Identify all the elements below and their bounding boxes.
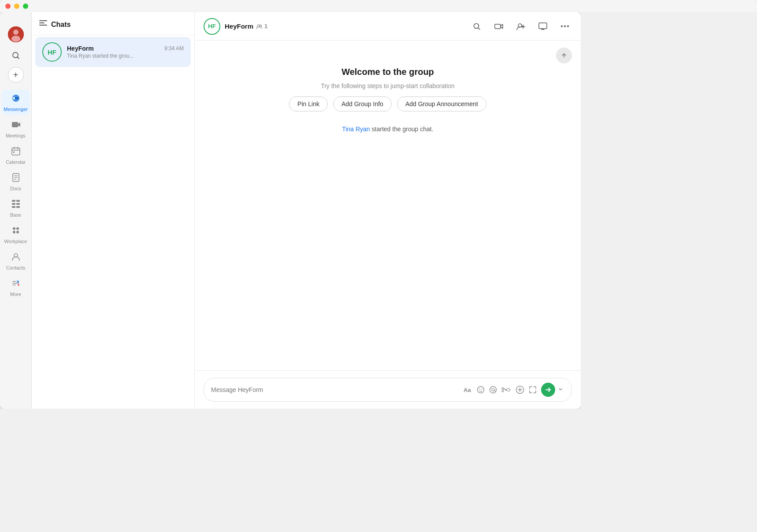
nav-sidebar: + Messenger Meetings xyxy=(0,12,32,409)
group-started-message: Tina Ryan started the group chat. xyxy=(342,126,433,133)
nav-item-contacts[interactable]: Contacts xyxy=(2,248,30,274)
add-group-announcement-button[interactable]: Add Group Announcement xyxy=(397,96,486,111)
header-video-button[interactable] xyxy=(492,19,506,33)
user-avatar[interactable] xyxy=(8,26,24,42)
send-dropdown-button[interactable] xyxy=(557,387,564,393)
traffic-light-red[interactable] xyxy=(5,4,11,9)
chat-sidebar-header: Chats xyxy=(32,12,194,35)
svg-point-54 xyxy=(492,388,494,391)
message-input-area: Aa xyxy=(195,370,581,409)
pin-link-button[interactable]: Pin Link xyxy=(289,96,328,111)
svg-rect-14 xyxy=(13,151,15,153)
svg-line-57 xyxy=(505,388,509,390)
action-buttons: Pin Link Add Group Info Add Group Announ… xyxy=(289,96,486,111)
nav-item-more-label: More xyxy=(10,292,21,297)
svg-point-48 xyxy=(567,26,569,27)
chat-sidebar-title-text: Chats xyxy=(51,21,71,29)
welcome-section: Welcome to the group Try the following s… xyxy=(289,67,486,133)
calendar-icon xyxy=(11,146,21,158)
base-icon xyxy=(11,199,21,211)
nav-item-meetings-label: Meetings xyxy=(6,133,26,138)
chat-header-name: HeyForm 1 xyxy=(225,22,470,30)
header-actions xyxy=(470,19,572,33)
chats-icon xyxy=(39,19,48,30)
expand-icon[interactable] xyxy=(529,386,537,394)
chat-messages: Welcome to the group Try the following s… xyxy=(195,41,581,370)
svg-rect-23 xyxy=(12,206,15,208)
emoji-icon[interactable] xyxy=(477,386,485,394)
svg-point-47 xyxy=(564,26,566,27)
header-screen-button[interactable] xyxy=(536,19,550,33)
chat-sidebar-title: Chats xyxy=(39,19,187,30)
svg-point-53 xyxy=(490,387,497,393)
nav-item-base-label: Base xyxy=(10,212,21,218)
send-button[interactable] xyxy=(541,383,555,397)
chat-item-time: 9:34 AM xyxy=(164,45,184,52)
nav-item-meetings[interactable]: Meetings xyxy=(2,116,30,142)
mention-icon[interactable] xyxy=(489,386,497,394)
chat-item-heyform[interactable]: HF HeyForm 9:34 AM Tina Ryan started the… xyxy=(35,37,191,67)
nav-item-more[interactable]: More xyxy=(2,275,30,300)
chat-list: HF HeyForm 9:34 AM Tina Ryan started the… xyxy=(32,35,194,409)
svg-rect-20 xyxy=(16,200,20,202)
svg-point-26 xyxy=(16,227,19,230)
header-more-button[interactable] xyxy=(558,19,572,33)
chat-item-avatar: HF xyxy=(42,42,62,62)
add-icon[interactable] xyxy=(516,385,524,394)
chat-item-preview: Tina Ryan started the grou... xyxy=(67,53,184,59)
header-search-button[interactable] xyxy=(470,19,484,33)
svg-line-38 xyxy=(478,28,480,30)
contacts-icon xyxy=(11,252,21,264)
svg-rect-21 xyxy=(12,203,15,205)
chat-name-row: HeyForm 9:34 AM xyxy=(67,45,184,52)
svg-line-4 xyxy=(17,57,19,59)
chat-header-avatar: HF xyxy=(204,18,220,35)
nav-item-calendar[interactable]: Calendar xyxy=(2,143,30,168)
nav-item-messenger[interactable]: Messenger xyxy=(2,90,30,115)
traffic-light-yellow[interactable] xyxy=(14,4,19,9)
chat-name-text: HeyForm xyxy=(225,22,253,30)
welcome-title: Welcome to the group xyxy=(341,67,434,77)
svg-point-8 xyxy=(16,97,19,100)
svg-point-28 xyxy=(16,231,19,233)
svg-rect-24 xyxy=(16,206,20,208)
svg-point-36 xyxy=(260,25,262,27)
message-input[interactable] xyxy=(211,386,458,393)
svg-point-25 xyxy=(13,227,15,230)
nav-item-messenger-label: Messenger xyxy=(4,107,27,112)
group-starter-name[interactable]: Tina Ryan xyxy=(342,126,370,133)
nav-search-icon[interactable] xyxy=(8,48,24,63)
messenger-icon xyxy=(11,93,21,105)
svg-point-56 xyxy=(502,390,504,392)
nav-item-contacts-label: Contacts xyxy=(6,265,25,270)
more-icon xyxy=(11,278,21,290)
chat-header: HF HeyForm 1 xyxy=(195,12,581,41)
svg-line-58 xyxy=(505,390,509,392)
svg-rect-39 xyxy=(495,24,501,29)
chat-item-name: HeyForm xyxy=(67,45,94,52)
svg-point-50 xyxy=(478,387,484,393)
svg-text:Aa: Aa xyxy=(464,387,471,393)
add-group-info-button[interactable]: Add Group Info xyxy=(333,96,392,111)
nav-add-button[interactable]: + xyxy=(8,67,24,83)
meetings-icon xyxy=(11,120,21,132)
svg-point-2 xyxy=(11,36,20,42)
member-count: 1 xyxy=(256,23,267,30)
nav-item-calendar-label: Calendar xyxy=(6,159,26,165)
nav-item-docs[interactable]: Docs xyxy=(2,169,30,195)
font-size-icon[interactable]: Aa xyxy=(464,386,472,393)
welcome-subtitle: Try the following steps to jump-start co… xyxy=(321,82,455,89)
svg-point-31 xyxy=(18,284,19,286)
chat-item-info: HeyForm 9:34 AM Tina Ryan started the gr… xyxy=(67,45,184,59)
scroll-to-top-button[interactable] xyxy=(556,48,572,63)
member-count-number: 1 xyxy=(264,23,267,30)
nav-item-docs-label: Docs xyxy=(10,186,21,191)
traffic-light-green[interactable] xyxy=(23,4,28,9)
svg-point-59 xyxy=(509,389,511,391)
header-add-member-button[interactable] xyxy=(514,19,528,33)
svg-point-1 xyxy=(13,30,19,35)
send-controls xyxy=(541,383,564,397)
nav-item-base[interactable]: Base xyxy=(2,196,30,221)
scissor-more-icon[interactable] xyxy=(501,386,511,393)
nav-item-workplace[interactable]: Workplace xyxy=(2,222,30,248)
